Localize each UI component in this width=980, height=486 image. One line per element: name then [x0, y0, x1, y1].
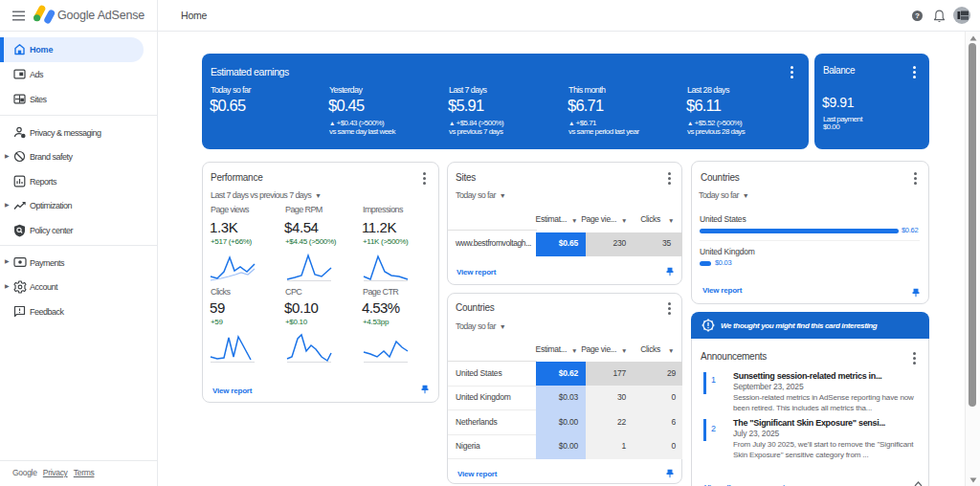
svg-text:?: ? — [915, 11, 920, 20]
